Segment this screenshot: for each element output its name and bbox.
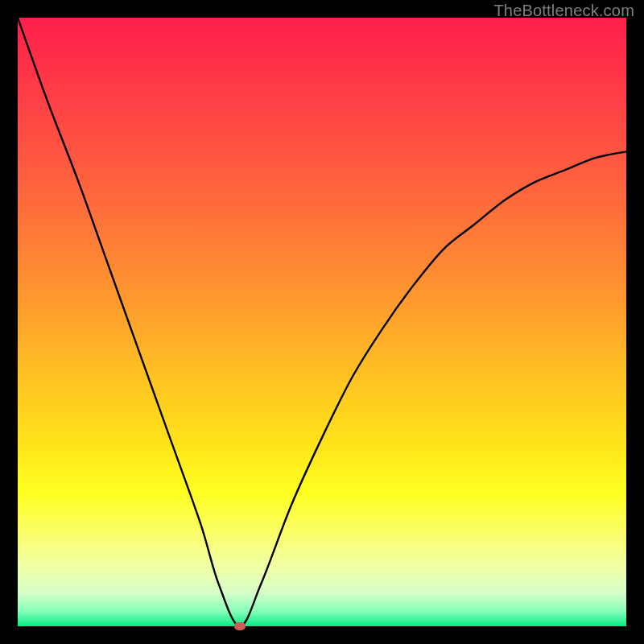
plot-area	[18, 18, 626, 626]
chart-stage: TheBottleneck.com	[0, 0, 644, 644]
optimal-point-marker	[234, 622, 246, 630]
bottleneck-curve	[18, 18, 626, 626]
